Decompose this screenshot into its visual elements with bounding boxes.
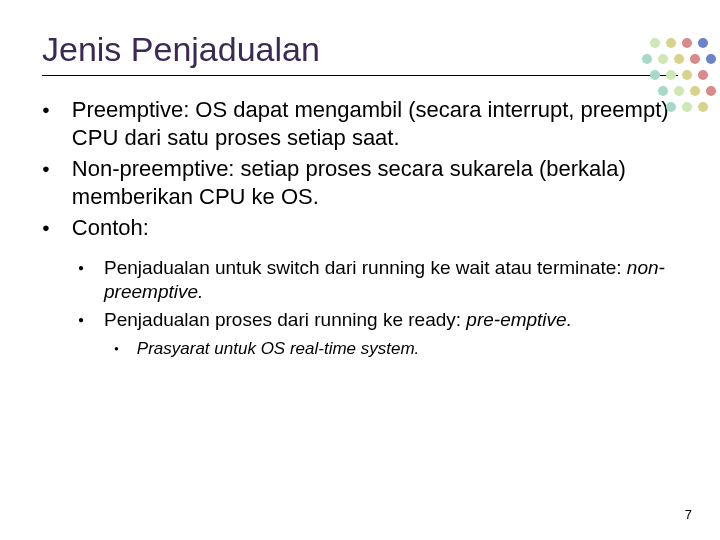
list-item-em: pre-emptive. xyxy=(466,309,572,330)
title-divider xyxy=(42,75,678,76)
list-item-prefix: Penjadualan proses dari running ke ready… xyxy=(104,309,466,330)
bullet-icon: ● xyxy=(42,214,50,242)
bullet-icon: ● xyxy=(78,308,84,332)
deco-dot xyxy=(706,86,716,96)
list-item: ● Penjadualan proses dari running ke rea… xyxy=(78,308,678,332)
list-item-text: Contoh: xyxy=(72,214,149,242)
deco-dot xyxy=(698,70,708,80)
bullet-icon: ● xyxy=(78,256,84,280)
deco-dot xyxy=(698,102,708,112)
slide: Jenis Penjadualan ● Preemptive: OS dapat… xyxy=(0,0,720,540)
slide-title: Jenis Penjadualan xyxy=(42,30,678,69)
bullet-list: ● Preemptive: OS dapat mengambil (secara… xyxy=(42,96,678,242)
list-item-text: Prasyarat untuk OS real-time system. xyxy=(137,338,419,359)
sub-sub-bullet-list: ● Prasyarat untuk OS real-time system. xyxy=(114,338,678,360)
page-number: 7 xyxy=(685,507,692,522)
list-item-prefix: Penjadualan untuk switch dari running ke… xyxy=(104,257,627,278)
list-item: ● Preemptive: OS dapat mengambil (secara… xyxy=(42,96,678,151)
sub-bullet-list: ● Penjadualan untuk switch dari running … xyxy=(78,256,678,332)
deco-dot xyxy=(682,38,692,48)
deco-dot xyxy=(682,102,692,112)
bullet-icon: ● xyxy=(114,338,119,360)
deco-dot xyxy=(690,86,700,96)
deco-dot xyxy=(682,70,692,80)
deco-dot xyxy=(706,54,716,64)
list-item-text: Non-preemptive: setiap proses secara suk… xyxy=(72,155,678,210)
deco-dot xyxy=(658,86,668,96)
deco-dot xyxy=(690,54,700,64)
list-item: ● Prasyarat untuk OS real-time system. xyxy=(114,338,678,360)
list-item: ● Contoh: xyxy=(42,214,678,242)
bullet-icon: ● xyxy=(42,96,50,124)
deco-dot xyxy=(698,38,708,48)
list-item-text: Penjadualan untuk switch dari running ke… xyxy=(104,256,678,304)
deco-dot xyxy=(674,86,684,96)
list-item-text: Preemptive: OS dapat mengambil (secara i… xyxy=(72,96,678,151)
list-item: ● Penjadualan untuk switch dari running … xyxy=(78,256,678,304)
list-item: ● Non-preemptive: setiap proses secara s… xyxy=(42,155,678,210)
list-item-text: Penjadualan proses dari running ke ready… xyxy=(104,308,572,332)
bullet-icon: ● xyxy=(42,155,50,183)
